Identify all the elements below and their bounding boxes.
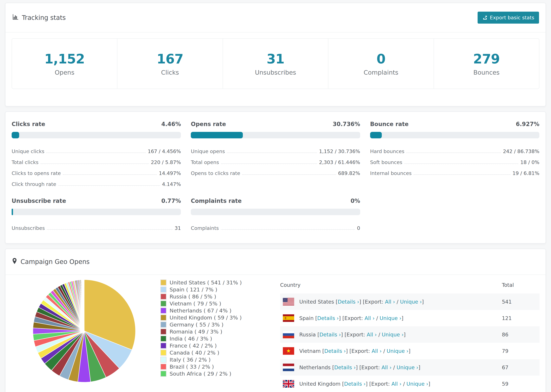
rate-section: Unsubscribe rate 0.77% Unsubscribes 31 — [12, 197, 181, 234]
table-row: United States [Details ›] [Export: All ›… — [280, 294, 540, 310]
details-link[interactable]: Details › — [324, 348, 346, 354]
legend-item: Spain ( 121 / 7% ) — [160, 286, 280, 293]
legend-label: Romania ( 49 / 3% ) — [170, 329, 222, 335]
legend-swatch — [160, 294, 167, 300]
stat-value: 1,152 — [12, 51, 117, 67]
legend-label: Italy ( 36 / 2% ) — [170, 357, 211, 363]
export-unique-link[interactable]: Unique › — [382, 332, 403, 338]
rate-title: Opens rate — [191, 121, 226, 127]
export-unique-link[interactable]: Unique › — [406, 381, 428, 387]
country-name: Vietnam — [299, 348, 321, 354]
geo-title-wrap: Campaign Geo Opens — [12, 258, 90, 266]
export-icon — [482, 15, 487, 20]
dotted-leader — [404, 163, 518, 164]
rate-progress-bar — [191, 209, 360, 215]
rate-title: Unsubscribe rate — [12, 197, 66, 204]
details-link[interactable]: Details › — [319, 332, 341, 338]
table-row: Vietnam [Details ›] [Export: All › / Uni… — [280, 343, 540, 359]
legend-label: Netherlands ( 67 / 4% ) — [170, 308, 232, 314]
rate-detail-rows: Unsubscribes 31 — [12, 223, 181, 234]
export-button-label: Export basic stats — [490, 15, 534, 21]
country-cell-text: Russia [Details ›] [Export: All › / Uniq… — [299, 332, 406, 338]
legend-swatch — [160, 371, 167, 377]
geo-title: Campaign Geo Opens — [21, 258, 90, 266]
country-flag-icon — [283, 298, 294, 305]
dotted-leader — [221, 229, 355, 230]
rate-detail-rows: Unique clicks 167 / 4.456% Total clicks … — [12, 146, 181, 190]
export-all-link[interactable]: All › — [367, 332, 377, 338]
export-unique-link[interactable]: Unique › — [380, 315, 401, 321]
details-link[interactable]: Details › — [334, 364, 356, 371]
detail-row: Complaints 0 — [191, 223, 360, 234]
stat-box: 167 Clicks — [117, 39, 222, 89]
legend-label: Germany ( 55 / 3% ) — [170, 322, 224, 328]
rate-detail-rows: Hard bounces 242 / 86.738% Soft bounces … — [370, 146, 539, 179]
detail-label: Internal bounces — [370, 170, 412, 176]
export-all-link[interactable]: All › — [385, 299, 395, 305]
rate-progress-fill — [370, 132, 382, 138]
legend-item: United Kingdom ( 59 / 3% ) — [160, 314, 280, 321]
detail-value: 31 — [175, 225, 181, 231]
rates-card: Clicks rate 4.46% Unique clicks 167 / 4.… — [5, 112, 546, 244]
summary-stats-row: 1,152 Opens 167 Clicks 31 Unsubscribes 0… — [12, 38, 539, 89]
legend-item: France ( 42 / 2% ) — [160, 342, 280, 349]
country-total: 121 — [502, 310, 540, 326]
export-unique-link[interactable]: Unique › — [396, 364, 418, 371]
stat-value: 0 — [328, 51, 433, 67]
export-all-link[interactable]: All › — [391, 381, 402, 387]
stat-value: 31 — [223, 51, 328, 67]
geo-pie-chart — [29, 276, 139, 386]
stat-label: Opens — [12, 69, 117, 76]
country-cell-text: Spain [Details ›] [Export: All › / Uniqu… — [299, 315, 403, 321]
pie-slice — [84, 280, 84, 331]
legend-swatch — [160, 322, 167, 328]
detail-label: Soft bounces — [370, 159, 402, 165]
legend-swatch — [160, 350, 167, 356]
rate-value: 0.77% — [161, 197, 181, 204]
details-link[interactable]: Details › — [317, 315, 339, 321]
legend-label: South Africa ( 29 / 2% ) — [170, 371, 231, 377]
legend-swatch — [160, 357, 167, 363]
country-flag-icon — [283, 364, 294, 371]
stat-box: 279 Bounces — [434, 39, 539, 89]
export-all-link[interactable]: All › — [381, 364, 391, 371]
legend-swatch — [160, 364, 167, 370]
legend-item: Brazil ( 33 / 2% ) — [160, 363, 280, 370]
stat-label: Clicks — [117, 69, 222, 76]
dotted-leader — [242, 175, 336, 175]
export-all-link[interactable]: All › — [372, 348, 382, 354]
details-link[interactable]: Details › — [338, 299, 359, 305]
rate-section: Clicks rate 4.46% Unique clicks 167 / 4.… — [12, 121, 181, 190]
country-total: 67 — [502, 359, 540, 376]
legend-swatch — [160, 343, 167, 349]
legend-swatch — [160, 287, 167, 293]
rate-title: Clicks rate — [12, 121, 45, 127]
dotted-leader — [46, 153, 146, 153]
dotted-leader — [47, 229, 173, 230]
export-unique-link[interactable]: Unique › — [387, 348, 409, 354]
legend-item: Italy ( 36 / 2% ) — [160, 356, 280, 363]
legend-item: India ( 46 / 3% ) — [160, 335, 280, 342]
country-flag-icon — [283, 314, 294, 322]
legend-item: Netherlands ( 67 / 4% ) — [160, 307, 280, 314]
country-flag-icon — [283, 331, 294, 338]
export-basic-stats-button[interactable]: Export basic stats — [478, 12, 539, 24]
country-name: Russia — [299, 332, 316, 338]
export-all-link[interactable]: All › — [365, 315, 374, 321]
dotted-leader — [227, 153, 317, 153]
export-unique-link[interactable]: Unique › — [400, 299, 422, 305]
geo-header: Campaign Geo Opens — [6, 249, 545, 275]
rate-progress-bar — [191, 132, 360, 138]
map-pin-icon — [12, 258, 17, 266]
legend-label: Vietnam ( 79 / 5% ) — [170, 301, 221, 307]
stat-box: 0 Complaints — [328, 39, 433, 89]
tracking-stats-header: Tracking stats Export basic stats — [6, 3, 545, 33]
detail-row: Unsubscribes 31 — [12, 223, 181, 234]
legend-label: United Kingdom ( 59 / 3% ) — [170, 315, 242, 321]
detail-value: 4.147% — [162, 181, 181, 187]
detail-row: Hard bounces 242 / 86.738% — [370, 146, 539, 157]
country-flag-icon — [283, 347, 294, 355]
details-link[interactable]: Details › — [344, 381, 366, 387]
legend-item: Russia ( 86 / 5% ) — [160, 293, 280, 300]
detail-row: Internal bounces 19 / 6.81% — [370, 168, 539, 179]
